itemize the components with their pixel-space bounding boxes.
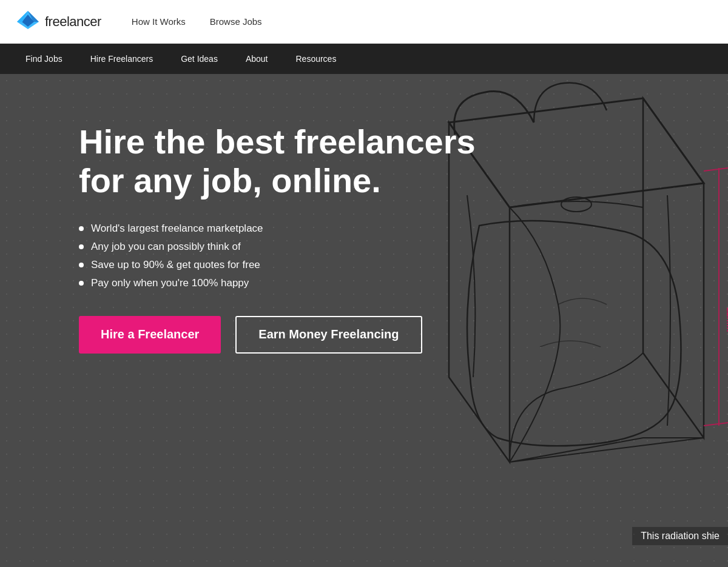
bullet-4: Pay only when you're 100% happy	[79, 277, 485, 289]
secnav-find-jobs[interactable]: Find Jobs	[15, 44, 73, 74]
bullet-dot-3	[79, 263, 84, 267]
svg-marker-7	[510, 438, 704, 462]
svg-marker-4	[449, 98, 704, 207]
hero-bullets: World's largest freelance marketplace An…	[79, 223, 485, 289]
hire-freelancer-button[interactable]: Hire a Freelancer	[79, 316, 221, 354]
bullet-text-2: Any job you can possibly think of	[91, 241, 241, 253]
freelancer-logo-icon	[15, 8, 41, 35]
secondary-navbar: Find Jobs Hire Freelancers Get Ideas Abo…	[0, 44, 728, 74]
svg-text:22mm: 22mm	[725, 307, 728, 332]
top-navbar: freelancer How It Works Browse Jobs	[0, 0, 728, 44]
hero-content: Hire the best freelancers for any job, o…	[0, 74, 485, 354]
secnav-about[interactable]: About	[235, 44, 279, 74]
secnav-hire-freelancers[interactable]: Hire Freelancers	[79, 44, 164, 74]
nav-how-it-works[interactable]: How It Works	[132, 16, 186, 27]
bullet-dot-1	[79, 226, 84, 231]
bullet-text-3: Save up to 90% & get quotes for free	[91, 259, 260, 271]
hero-caption: This radiation shie	[632, 527, 728, 545]
bullet-3: Save up to 90% & get quotes for free	[79, 259, 485, 271]
hero-title: Hire the best freelancers for any job, o…	[79, 122, 485, 201]
secnav-resources[interactable]: Resources	[285, 44, 347, 74]
logo-area[interactable]: freelancer	[15, 8, 101, 35]
earn-money-button[interactable]: Earn Money Freelancing	[235, 316, 422, 354]
hero-section: 22mm Hire the best freelancers for any j…	[0, 74, 728, 567]
nav-browse-jobs[interactable]: Browse Jobs	[210, 16, 262, 27]
bullet-dot-2	[79, 244, 84, 249]
logo-text: freelancer	[45, 14, 101, 30]
secnav-get-ideas[interactable]: Get Ideas	[170, 44, 229, 74]
bullet-text-4: Pay only when you're 100% happy	[91, 277, 249, 289]
svg-line-9	[704, 168, 728, 171]
top-nav-links: How It Works Browse Jobs	[132, 16, 262, 27]
bullet-2: Any job you can possibly think of	[79, 241, 485, 253]
bullet-text-1: World's largest freelance marketplace	[91, 223, 263, 235]
svg-line-10	[704, 423, 728, 426]
bullet-dot-4	[79, 281, 84, 286]
hero-buttons: Hire a Freelancer Earn Money Freelancing	[79, 316, 485, 354]
bullet-1: World's largest freelance marketplace	[79, 223, 485, 235]
svg-marker-5	[643, 98, 704, 438]
